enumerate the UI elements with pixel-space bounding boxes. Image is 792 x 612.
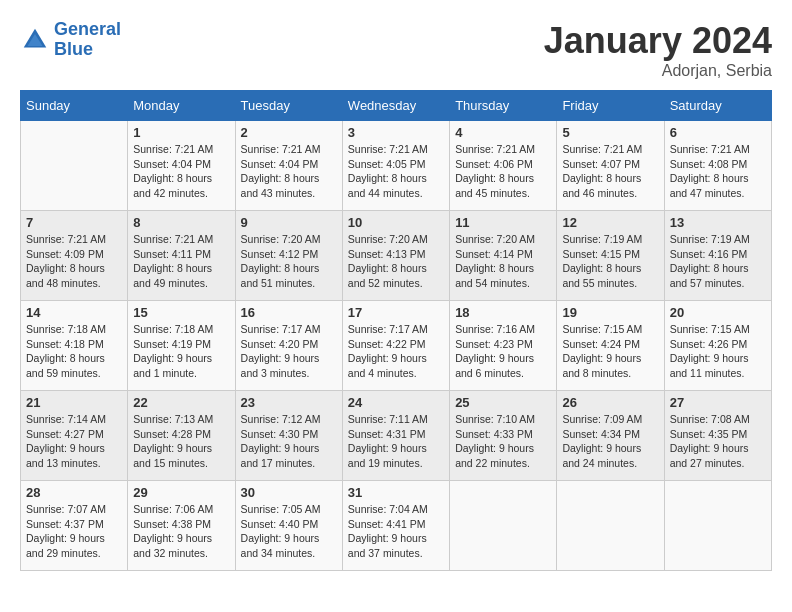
daylight-text: Daylight: 9 hours and 24 minutes. <box>562 442 641 469</box>
day-info: Sunrise: 7:15 AMSunset: 4:26 PMDaylight:… <box>670 322 766 381</box>
weekday-row: SundayMondayTuesdayWednesdayThursdayFrid… <box>21 91 772 121</box>
day-number: 21 <box>26 395 122 410</box>
sunrise-text: Sunrise: 7:21 AM <box>348 143 428 155</box>
calendar-cell: 13Sunrise: 7:19 AMSunset: 4:16 PMDayligh… <box>664 211 771 301</box>
daylight-text: Daylight: 9 hours and 22 minutes. <box>455 442 534 469</box>
calendar-cell: 11Sunrise: 7:20 AMSunset: 4:14 PMDayligh… <box>450 211 557 301</box>
calendar-cell: 31Sunrise: 7:04 AMSunset: 4:41 PMDayligh… <box>342 481 449 571</box>
sunrise-text: Sunrise: 7:21 AM <box>133 143 213 155</box>
daylight-text: Daylight: 8 hours and 46 minutes. <box>562 172 641 199</box>
day-info: Sunrise: 7:21 AMSunset: 4:04 PMDaylight:… <box>241 142 337 201</box>
sunrise-text: Sunrise: 7:08 AM <box>670 413 750 425</box>
weekday-header: Sunday <box>21 91 128 121</box>
day-number: 15 <box>133 305 229 320</box>
day-number: 10 <box>348 215 444 230</box>
calendar-table: SundayMondayTuesdayWednesdayThursdayFrid… <box>20 90 772 571</box>
sunset-text: Sunset: 4:15 PM <box>562 248 640 260</box>
day-info: Sunrise: 7:21 AMSunset: 4:06 PMDaylight:… <box>455 142 551 201</box>
weekday-header: Friday <box>557 91 664 121</box>
day-info: Sunrise: 7:11 AMSunset: 4:31 PMDaylight:… <box>348 412 444 471</box>
title-block: January 2024 Adorjan, Serbia <box>544 20 772 80</box>
sunrise-text: Sunrise: 7:18 AM <box>133 323 213 335</box>
sunset-text: Sunset: 4:20 PM <box>241 338 319 350</box>
sunrise-text: Sunrise: 7:20 AM <box>348 233 428 245</box>
day-info: Sunrise: 7:21 AMSunset: 4:08 PMDaylight:… <box>670 142 766 201</box>
day-info: Sunrise: 7:05 AMSunset: 4:40 PMDaylight:… <box>241 502 337 561</box>
calendar-cell: 24Sunrise: 7:11 AMSunset: 4:31 PMDayligh… <box>342 391 449 481</box>
sunrise-text: Sunrise: 7:19 AM <box>670 233 750 245</box>
day-number: 6 <box>670 125 766 140</box>
day-info: Sunrise: 7:07 AMSunset: 4:37 PMDaylight:… <box>26 502 122 561</box>
daylight-text: Daylight: 8 hours and 44 minutes. <box>348 172 427 199</box>
logo: General Blue <box>20 20 121 60</box>
daylight-text: Daylight: 9 hours and 8 minutes. <box>562 352 641 379</box>
logo-text: General Blue <box>54 20 121 60</box>
sunrise-text: Sunrise: 7:10 AM <box>455 413 535 425</box>
calendar-cell: 10Sunrise: 7:20 AMSunset: 4:13 PMDayligh… <box>342 211 449 301</box>
calendar-week: 14Sunrise: 7:18 AMSunset: 4:18 PMDayligh… <box>21 301 772 391</box>
day-number: 31 <box>348 485 444 500</box>
day-number: 17 <box>348 305 444 320</box>
calendar-cell: 22Sunrise: 7:13 AMSunset: 4:28 PMDayligh… <box>128 391 235 481</box>
daylight-text: Daylight: 9 hours and 13 minutes. <box>26 442 105 469</box>
sunrise-text: Sunrise: 7:09 AM <box>562 413 642 425</box>
day-number: 11 <box>455 215 551 230</box>
sunrise-text: Sunrise: 7:15 AM <box>562 323 642 335</box>
sunset-text: Sunset: 4:06 PM <box>455 158 533 170</box>
day-number: 14 <box>26 305 122 320</box>
sunset-text: Sunset: 4:14 PM <box>455 248 533 260</box>
day-info: Sunrise: 7:21 AMSunset: 4:05 PMDaylight:… <box>348 142 444 201</box>
daylight-text: Daylight: 8 hours and 59 minutes. <box>26 352 105 379</box>
day-info: Sunrise: 7:18 AMSunset: 4:19 PMDaylight:… <box>133 322 229 381</box>
calendar-week: 28Sunrise: 7:07 AMSunset: 4:37 PMDayligh… <box>21 481 772 571</box>
day-number: 25 <box>455 395 551 410</box>
day-info: Sunrise: 7:20 AMSunset: 4:12 PMDaylight:… <box>241 232 337 291</box>
daylight-text: Daylight: 9 hours and 4 minutes. <box>348 352 427 379</box>
day-number: 19 <box>562 305 658 320</box>
sunrise-text: Sunrise: 7:04 AM <box>348 503 428 515</box>
daylight-text: Daylight: 9 hours and 3 minutes. <box>241 352 320 379</box>
calendar-cell: 26Sunrise: 7:09 AMSunset: 4:34 PMDayligh… <box>557 391 664 481</box>
daylight-text: Daylight: 9 hours and 6 minutes. <box>455 352 534 379</box>
calendar-cell: 6Sunrise: 7:21 AMSunset: 4:08 PMDaylight… <box>664 121 771 211</box>
weekday-header: Thursday <box>450 91 557 121</box>
sunset-text: Sunset: 4:16 PM <box>670 248 748 260</box>
calendar-cell: 7Sunrise: 7:21 AMSunset: 4:09 PMDaylight… <box>21 211 128 301</box>
sunset-text: Sunset: 4:28 PM <box>133 428 211 440</box>
daylight-text: Daylight: 9 hours and 37 minutes. <box>348 532 427 559</box>
sunrise-text: Sunrise: 7:20 AM <box>455 233 535 245</box>
sunrise-text: Sunrise: 7:16 AM <box>455 323 535 335</box>
sunrise-text: Sunrise: 7:06 AM <box>133 503 213 515</box>
day-number: 1 <box>133 125 229 140</box>
day-number: 23 <box>241 395 337 410</box>
calendar-cell: 25Sunrise: 7:10 AMSunset: 4:33 PMDayligh… <box>450 391 557 481</box>
day-info: Sunrise: 7:12 AMSunset: 4:30 PMDaylight:… <box>241 412 337 471</box>
day-info: Sunrise: 7:18 AMSunset: 4:18 PMDaylight:… <box>26 322 122 381</box>
calendar-cell: 27Sunrise: 7:08 AMSunset: 4:35 PMDayligh… <box>664 391 771 481</box>
day-number: 7 <box>26 215 122 230</box>
location: Adorjan, Serbia <box>544 62 772 80</box>
sunrise-text: Sunrise: 7:21 AM <box>241 143 321 155</box>
sunset-text: Sunset: 4:41 PM <box>348 518 426 530</box>
sunset-text: Sunset: 4:13 PM <box>348 248 426 260</box>
sunrise-text: Sunrise: 7:12 AM <box>241 413 321 425</box>
daylight-text: Daylight: 8 hours and 48 minutes. <box>26 262 105 289</box>
daylight-text: Daylight: 8 hours and 43 minutes. <box>241 172 320 199</box>
sunset-text: Sunset: 4:24 PM <box>562 338 640 350</box>
daylight-text: Daylight: 9 hours and 27 minutes. <box>670 442 749 469</box>
daylight-text: Daylight: 9 hours and 29 minutes. <box>26 532 105 559</box>
sunrise-text: Sunrise: 7:13 AM <box>133 413 213 425</box>
sunset-text: Sunset: 4:18 PM <box>26 338 104 350</box>
calendar-week: 1Sunrise: 7:21 AMSunset: 4:04 PMDaylight… <box>21 121 772 211</box>
sunset-text: Sunset: 4:35 PM <box>670 428 748 440</box>
daylight-text: Daylight: 8 hours and 57 minutes. <box>670 262 749 289</box>
day-number: 24 <box>348 395 444 410</box>
day-info: Sunrise: 7:20 AMSunset: 4:14 PMDaylight:… <box>455 232 551 291</box>
sunset-text: Sunset: 4:19 PM <box>133 338 211 350</box>
day-number: 12 <box>562 215 658 230</box>
day-info: Sunrise: 7:19 AMSunset: 4:16 PMDaylight:… <box>670 232 766 291</box>
sunrise-text: Sunrise: 7:21 AM <box>670 143 750 155</box>
sunset-text: Sunset: 4:31 PM <box>348 428 426 440</box>
logo-line1: General <box>54 19 121 39</box>
sunset-text: Sunset: 4:12 PM <box>241 248 319 260</box>
